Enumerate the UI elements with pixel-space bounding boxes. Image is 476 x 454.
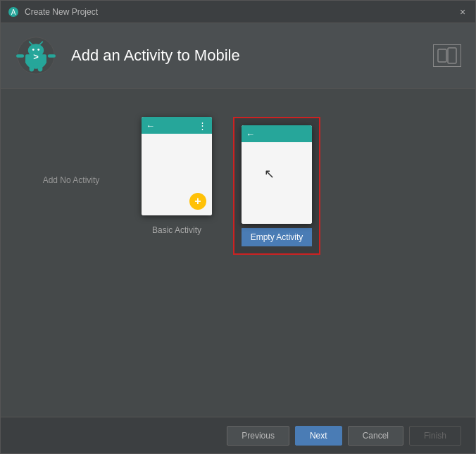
- back-arrow-icon-2: ←: [246, 129, 255, 139]
- menu-dots-icon: ⋮: [198, 120, 208, 131]
- svg-rect-16: [448, 48, 456, 63]
- close-button[interactable]: ×: [457, 6, 468, 18]
- next-button[interactable]: Next: [295, 426, 342, 446]
- main-window: A Create New Project ×: [0, 0, 476, 454]
- basic-activity-option[interactable]: ← ⋮ + Basic Activity: [142, 117, 212, 235]
- empty-activity-selected-border: ← ↖ Empty Activity: [233, 117, 320, 255]
- empty-activity-mockup: ← ↖: [242, 125, 312, 224]
- empty-activity-label-bar: Empty Activity: [242, 228, 312, 246]
- cancel-button[interactable]: Cancel: [348, 426, 403, 446]
- svg-text:>: >: [33, 51, 39, 62]
- android-logo-icon: >: [16, 36, 56, 75]
- svg-rect-11: [48, 54, 56, 58]
- basic-activity-label: Basic Activity: [152, 225, 201, 235]
- mobile-icon: [433, 44, 461, 67]
- no-activity-label: Add No Activity: [43, 175, 100, 185]
- finish-button: Finish: [409, 426, 461, 446]
- svg-rect-15: [438, 49, 446, 62]
- mobile-screens-icon: [437, 47, 457, 64]
- header: > Add an Activity to Mobile: [1, 23, 475, 89]
- svg-point-6: [32, 49, 35, 51]
- cursor-icon: ↖: [264, 166, 275, 182]
- title-bar: A Create New Project ×: [1, 1, 475, 23]
- svg-text:A: A: [11, 8, 16, 16]
- title-bar-text: Create New Project: [25, 7, 457, 17]
- svg-point-7: [37, 49, 39, 51]
- empty-activity-option[interactable]: ← ↖ Empty Activity: [233, 117, 320, 255]
- content-area: Add No Activity ← ⋮ + Basic Activity: [1, 89, 475, 417]
- svg-rect-12: [30, 65, 35, 71]
- header-logo: >: [15, 34, 57, 77]
- basic-activity-mockup: ← ⋮ +: [142, 117, 212, 215]
- activity-grid: Add No Activity ← ⋮ + Basic Activity: [15, 103, 461, 269]
- back-arrow-icon: ←: [146, 120, 155, 131]
- empty-activity-body: ↖: [242, 142, 312, 224]
- empty-activity-topbar: ←: [242, 125, 312, 142]
- basic-activity-body: +: [142, 134, 212, 215]
- no-activity-option[interactable]: Add No Activity: [22, 117, 120, 244]
- android-studio-icon: A: [8, 6, 19, 18]
- header-title: Add an Activity to Mobile: [71, 46, 240, 65]
- svg-rect-13: [38, 65, 43, 71]
- fab-button: +: [189, 193, 206, 210]
- basic-activity-topbar: ← ⋮: [142, 117, 212, 134]
- previous-button[interactable]: Previous: [227, 426, 289, 446]
- svg-rect-10: [16, 54, 24, 58]
- footer: Previous Next Cancel Finish: [1, 417, 475, 453]
